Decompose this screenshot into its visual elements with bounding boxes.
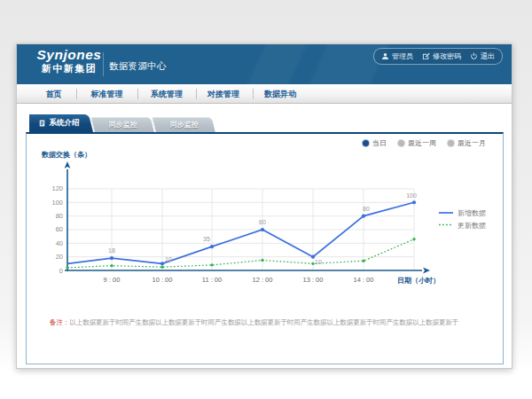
- data-point: [412, 200, 416, 204]
- user-menu-item-2[interactable]: 退出: [470, 51, 495, 61]
- logo-separator: [103, 52, 104, 76]
- x-tick-label: 10 : 00: [153, 276, 173, 284]
- series-line-0: [67, 202, 414, 263]
- chart-svg: 0204060801001209 : 0010 : 0011 : 0012 : …: [27, 143, 503, 311]
- point-label: 35: [203, 236, 210, 242]
- user-menu-item-0[interactable]: 管理员: [381, 51, 413, 61]
- x-axis-arrow-icon: [423, 268, 430, 274]
- main-nav: 首页标准管理系统管理对接管理数据异动: [17, 84, 512, 104]
- nav-separator: [76, 89, 77, 99]
- page-title: 数据资源中心: [109, 60, 167, 73]
- legend-label-1: 更新数据: [458, 222, 486, 230]
- app-window: Synjones 新中新集团 数据资源中心 管理员修改密码退出 首页标准管理系统…: [16, 43, 512, 369]
- user-icon: [381, 52, 389, 60]
- tab-bar: 系统介绍同步监控同步监控: [29, 114, 503, 132]
- point-label: 60: [259, 219, 266, 225]
- x-tick-label: 14 : 00: [354, 276, 374, 284]
- chart-title: 数据交换（条）: [41, 151, 91, 159]
- data-point: [412, 238, 415, 240]
- data-point: [160, 265, 163, 268]
- tab-label: 同步监控: [108, 120, 137, 129]
- edit-icon: [422, 52, 430, 60]
- data-point: [210, 263, 213, 266]
- data-point: [66, 266, 68, 269]
- nav-separator: [137, 89, 138, 99]
- data-point: [110, 256, 113, 260]
- x-axis-label: 日期（小时）: [397, 277, 440, 285]
- y-tick-label: 20: [56, 253, 63, 261]
- data-point: [362, 260, 364, 262]
- tab-label: 系统介绍: [50, 118, 80, 129]
- power-icon: [470, 52, 478, 60]
- data-point: [110, 264, 113, 267]
- user-menu-label: 退出: [481, 51, 495, 61]
- tab-label: 同步监控: [169, 120, 198, 129]
- data-point: [311, 255, 315, 259]
- line-chart: 0204060801001209 : 0010 : 0011 : 0012 : …: [27, 143, 503, 311]
- y-tick-label: 100: [51, 199, 63, 207]
- footnote-text: 以上数据更新于时间产生数据以上数据更新于时间产生数据以上数据更新于时间产生数据以…: [69, 319, 458, 326]
- data-point: [210, 245, 214, 248]
- nav-separator: [253, 89, 254, 99]
- legend-label-0: 新增数据: [458, 209, 486, 217]
- x-tick-label: 11 : 00: [202, 276, 222, 284]
- logo-brand: Synjones: [35, 47, 104, 63]
- point-label: 100: [406, 192, 417, 199]
- nav-item-1[interactable]: 标准管理: [76, 84, 138, 104]
- y-tick-label: 120: [51, 184, 63, 192]
- user-menu-item-1[interactable]: 修改密码: [422, 51, 461, 61]
- x-tick-label: 13 : 00: [303, 276, 324, 284]
- data-point: [261, 259, 263, 262]
- user-menu-label: 修改密码: [433, 51, 461, 61]
- nav-item-4[interactable]: 数据异动: [249, 84, 311, 104]
- content-panel: 当日最近一周最近一月 0204060801001209 : 0010 : 001…: [26, 132, 504, 364]
- y-axis-arrow-icon: [65, 161, 71, 168]
- footnote-prefix: 备注：: [50, 319, 69, 326]
- document-icon: [39, 120, 46, 127]
- logo-company: 新中新集团: [35, 63, 104, 74]
- nav-item-2[interactable]: 系统管理: [136, 84, 198, 104]
- data-point: [160, 262, 164, 265]
- tab-0[interactable]: 系统介绍: [29, 114, 93, 132]
- y-tick-label: 60: [56, 225, 63, 233]
- tab-2[interactable]: 同步监控: [152, 117, 215, 132]
- y-tick-label: 40: [56, 239, 63, 247]
- x-tick-label: 9 : 00: [104, 276, 121, 284]
- point-label: 10: [315, 259, 322, 265]
- user-menu: 管理员修改密码退出: [373, 48, 503, 65]
- data-point: [261, 228, 264, 231]
- point-label: 10: [165, 256, 172, 262]
- data-point: [362, 215, 365, 218]
- logo: Synjones 新中新集团: [35, 47, 104, 74]
- tab-1[interactable]: 同步监控: [90, 117, 154, 132]
- footnote: 备注：以上数据更新于时间产生数据以上数据更新于时间产生数据以上数据更新于时间产生…: [50, 318, 458, 327]
- y-tick-label: 0: [59, 267, 63, 275]
- app-header: Synjones 新中新集团 数据资源中心 管理员修改密码退出: [17, 44, 512, 84]
- x-tick-label: 12 : 00: [253, 276, 273, 284]
- nav-separator: [196, 89, 197, 99]
- point-label: 18: [108, 247, 115, 254]
- point-label: 80: [363, 206, 370, 212]
- y-tick-label: 80: [56, 212, 63, 220]
- nav-item-3[interactable]: 对接管理: [192, 84, 254, 104]
- user-menu-label: 管理员: [392, 51, 413, 61]
